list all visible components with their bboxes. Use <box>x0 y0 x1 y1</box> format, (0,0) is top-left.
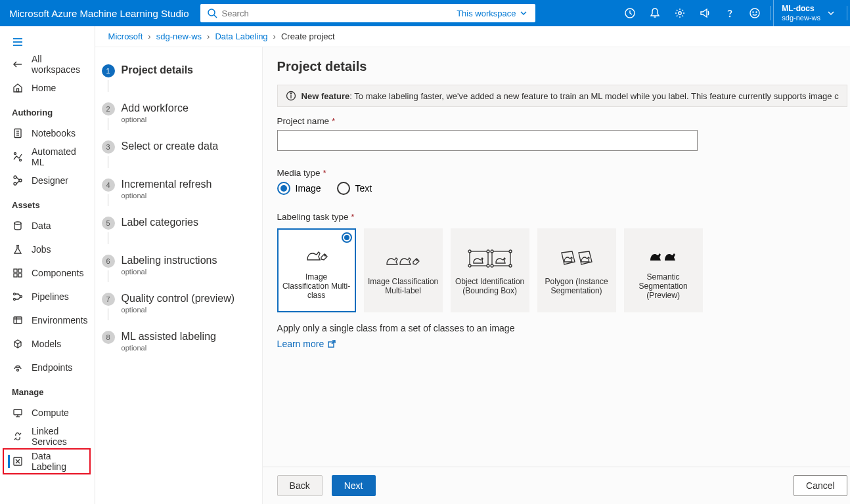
sidebar-item-pipelines[interactable]: Pipelines <box>0 285 95 308</box>
search-scope-dropdown[interactable]: This workspace <box>450 8 535 18</box>
svg-line-1 <box>214 15 217 18</box>
hamburger-button[interactable] <box>0 32 95 52</box>
svg-point-22 <box>19 179 22 182</box>
task-type-card[interactable]: Polygon (Instance Segmentation) <box>537 228 616 312</box>
breadcrumb-section[interactable]: Data Labeling <box>215 32 267 41</box>
sidebar-item-endpoints[interactable]: Endpoints <box>0 356 95 379</box>
wizard-step[interactable]: 8 ML assisted labeling optional <box>102 327 256 356</box>
chevron-down-icon <box>826 8 836 18</box>
sidebar-item-components[interactable]: Components <box>0 261 95 285</box>
sidebar-item-compute[interactable]: Compute <box>0 401 95 425</box>
wizard-step[interactable]: 6 Labeling instructions optional <box>102 251 256 289</box>
sidebar-item-linked-services[interactable]: Linked Services <box>0 425 95 448</box>
wizard-step[interactable]: 5 Label categories <box>102 213 256 251</box>
info-icon <box>286 91 296 101</box>
wizard-step[interactable]: 2 Add workforce optional <box>102 98 256 136</box>
sidebar-item-data-labeling[interactable]: Data Labeling <box>4 450 89 473</box>
task-type-card[interactable]: Image Classification Multi-label <box>364 228 443 312</box>
media-type-text-radio[interactable]: Text <box>337 182 372 195</box>
step-number-icon: 3 <box>102 140 115 154</box>
task-type-grid: Image Classification Multi-class Image C… <box>277 228 847 312</box>
sidebar-item-models[interactable]: Models <box>0 332 95 356</box>
designer-icon <box>12 175 24 186</box>
task-type-card[interactable]: Image Classification Multi-class <box>277 228 356 312</box>
next-button[interactable]: Next <box>332 475 376 496</box>
task-icon <box>384 245 422 272</box>
svg-point-8 <box>756 12 757 12</box>
hamburger-icon <box>12 36 24 48</box>
svg-marker-59 <box>562 251 575 264</box>
search-box[interactable]: This workspace <box>200 4 535 22</box>
automl-icon <box>12 151 24 163</box>
task-type-card[interactable]: Semantic Segmentation (Preview) <box>624 228 703 312</box>
sidebar-item-data[interactable]: Data <box>0 214 95 238</box>
svg-point-6 <box>750 9 759 18</box>
megaphone-icon[interactable] <box>692 0 717 26</box>
wizard-step[interactable]: 3 Select or create data <box>102 136 256 175</box>
sidebar-item-jobs[interactable]: Jobs <box>0 238 95 261</box>
step-number-icon: 8 <box>102 331 115 344</box>
step-optional-label: optional <box>122 116 189 123</box>
project-name-input[interactable] <box>277 130 698 151</box>
task-type-label: Labeling task type * <box>277 212 847 222</box>
back-button[interactable]: Back <box>277 475 323 496</box>
step-number-icon: 7 <box>102 293 115 306</box>
sidebar-item-label: All workspaces <box>32 54 88 75</box>
svg-point-58 <box>509 264 512 267</box>
step-number-icon: 4 <box>102 178 115 192</box>
svg-point-46 <box>290 93 291 94</box>
svg-point-53 <box>487 264 489 267</box>
wizard-step[interactable]: 1 Project details <box>102 60 256 98</box>
bell-icon[interactable] <box>642 0 667 26</box>
wizard-step[interactable]: 4 Incremental refresh optional <box>102 175 256 213</box>
sidebar-item-label: Notebooks <box>32 128 76 138</box>
task-card-label: Object Identification (Bounding Box) <box>455 277 526 295</box>
svg-point-47 <box>324 255 326 256</box>
svg-point-48 <box>416 259 418 261</box>
task-type-card[interactable]: Object Identification (Bounding Box) <box>451 228 529 312</box>
step-connector <box>108 156 108 168</box>
wizard-step[interactable]: 7 Quality control (preview) optional <box>102 289 256 327</box>
step-connector <box>108 308 108 320</box>
step-title: Project details <box>122 64 193 76</box>
radio-icon <box>277 182 290 195</box>
sidebar-section-assets: Assets <box>0 192 95 214</box>
sidebar-item-home[interactable]: Home <box>0 76 95 100</box>
sidebar-section-manage: Manage <box>0 379 95 401</box>
endpoints-icon <box>12 362 24 373</box>
chevron-right-icon: › <box>207 32 210 41</box>
wizard-footer: Back Next Cancel <box>263 467 850 504</box>
radio-label: Image <box>296 183 321 194</box>
separator <box>847 6 847 20</box>
step-connector <box>108 80 108 92</box>
sidebar-item-environments[interactable]: Environments <box>0 308 95 332</box>
svg-point-21 <box>14 182 16 185</box>
wizard-form: Project details New feature: To make lab… <box>263 47 850 504</box>
chevron-right-icon: › <box>148 32 150 41</box>
sidebar-item-designer[interactable]: Designer <box>0 169 95 192</box>
sidebar-item-notebooks[interactable]: Notebooks <box>0 121 95 145</box>
learn-more-link[interactable]: Learn more <box>277 339 338 349</box>
breadcrumb-ws[interactable]: sdg-new-ws <box>156 32 202 41</box>
sidebar-item-all-workspaces[interactable]: All workspaces <box>0 52 95 76</box>
breadcrumb-root[interactable]: Microsoft <box>108 32 143 41</box>
media-type-image-radio[interactable]: Image <box>277 182 321 195</box>
gear-icon[interactable] <box>667 0 692 26</box>
cancel-button[interactable]: Cancel <box>794 475 847 496</box>
svg-point-18 <box>14 153 16 155</box>
highlight-annotation: Data Labeling <box>3 448 91 474</box>
svg-point-19 <box>20 159 22 161</box>
sidebar-item-label: Compute <box>32 408 69 418</box>
breadcrumb: Microsoft › sdg-new-ws › Data Labeling ›… <box>95 26 850 47</box>
svg-point-25 <box>14 222 21 224</box>
info-banner-title: New feature <box>302 91 350 101</box>
task-description: Apply only a single class from a set of … <box>277 323 847 333</box>
account-menu[interactable]: ML-docs sdg-new-ws <box>773 0 844 26</box>
feedback-icon[interactable] <box>742 0 767 26</box>
sidebar-item-label: Linked Services <box>32 426 88 447</box>
svg-point-0 <box>208 9 215 16</box>
search-input[interactable] <box>221 5 450 22</box>
clock-icon[interactable] <box>617 0 642 26</box>
help-icon[interactable] <box>717 0 742 26</box>
sidebar-item-automated-ml[interactable]: Automated ML <box>0 145 95 169</box>
